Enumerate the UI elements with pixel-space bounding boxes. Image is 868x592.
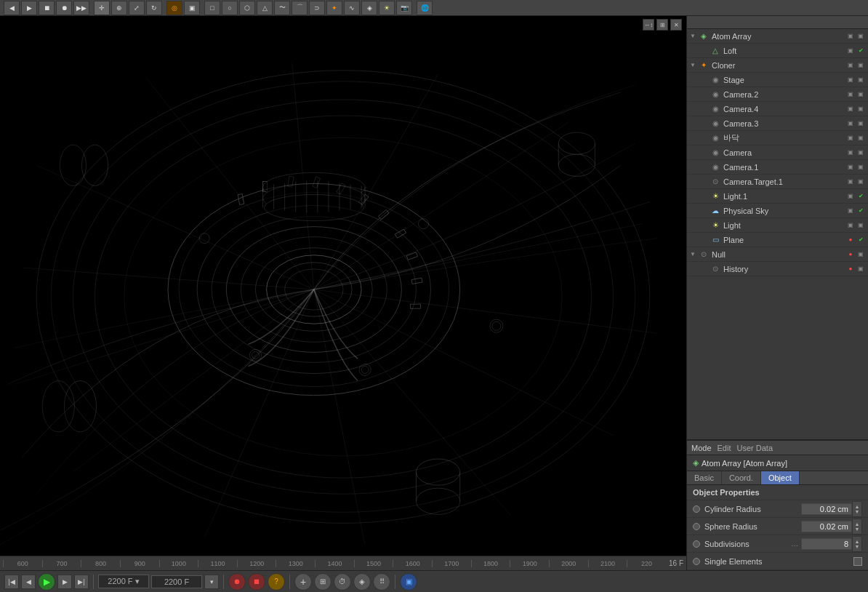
- viewport-close-btn[interactable]: ✕: [670, 19, 682, 31]
- tab-coord[interactable]: Coord.: [722, 471, 761, 484]
- tree-item-light[interactable]: ☀ Light ▣ ▣: [687, 218, 868, 233]
- props-mode-btn[interactable]: Mode: [691, 444, 712, 452]
- tab-object[interactable]: Object: [761, 471, 800, 484]
- badge-stage-1: ▣: [846, 76, 855, 84]
- motion-clip-btn[interactable]: ◈: [353, 573, 371, 591]
- toolbar-btn-light[interactable]: ☀: [379, 1, 395, 15]
- tree-item-camera1[interactable]: ◉ Camera.1 ▣ ▣: [687, 160, 868, 175]
- toolbar-btn-rotate[interactable]: ↻: [146, 1, 162, 15]
- toolbar-btn-scene[interactable]: 🌐: [417, 1, 433, 15]
- next-frame-btn[interactable]: ▶: [57, 575, 72, 589]
- history-icon: ⊙: [710, 264, 720, 274]
- viewport-controls: ↔↕ ⊞ ✕: [643, 19, 682, 31]
- badge-c1-1: ▣: [846, 163, 855, 172]
- toolbar-btn-cone[interactable]: △: [257, 1, 273, 15]
- prev-frame-btn[interactable]: ◀: [21, 575, 36, 589]
- tick-1600: 1600: [393, 560, 432, 567]
- toolbar-btn-4[interactable]: ⏺: [56, 1, 72, 15]
- prop-input-cylinder-radius[interactable]: [801, 503, 852, 515]
- tree-item-camera3[interactable]: ◉ Camera.3 ▣ ▣: [687, 116, 868, 131]
- prop-radio-cylinder[interactable]: [693, 505, 700, 513]
- null-icon: ⊙: [699, 249, 709, 260]
- props-title-text: Atom Array [Atom Array]: [702, 459, 787, 468]
- viewport-grid-btn[interactable]: ⊞: [656, 19, 668, 31]
- object-tree[interactable]: ▼ ◈ Atom Array ▣ ▣ △ Loft ▣ ✔: [687, 16, 868, 440]
- toolbar-btn-viewport-render[interactable]: ▣: [184, 1, 200, 15]
- tree-item-light1[interactable]: ☀ Light.1 ▣ ✔: [687, 189, 868, 204]
- prop-radio-sphere[interactable]: [693, 523, 700, 530]
- prop-input-sphere-radius[interactable]: [801, 521, 852, 532]
- info-btn[interactable]: ?: [268, 573, 285, 591]
- timeline-ticks[interactable]: 600 700 800 900 1000 1100 1200 1300 1400…: [3, 560, 666, 567]
- viewport-move-btn[interactable]: ↔↕: [643, 19, 654, 31]
- toolbar-btn-move[interactable]: ⊕: [111, 1, 127, 15]
- tree-item-camera[interactable]: ◉ Camera ▣ ▣: [687, 145, 868, 160]
- tick-1800: 1800: [471, 560, 510, 567]
- stop-record-btn[interactable]: ⏹: [248, 573, 265, 591]
- render-view-btn[interactable]: ▣: [400, 573, 417, 591]
- prop-radio-single-elements[interactable]: [693, 558, 700, 565]
- tree-item-atom-array[interactable]: ▼ ◈ Atom Array ▣ ▣: [687, 29, 868, 44]
- tree-item-camera-target[interactable]: ⊙ Camera.Target.1 ▣ ▣: [687, 175, 868, 189]
- prop-checkbox-single-elements[interactable]: [853, 557, 862, 566]
- add-keyframe-btn[interactable]: +: [294, 573, 312, 591]
- viewport[interactable]: ↔↕ ⊞ ✕ 600 700 800 900 1000 1100 1200 13…: [0, 16, 686, 570]
- prop-input-subdivisions[interactable]: [801, 538, 852, 550]
- props-tabs: Basic Coord. Object: [687, 471, 868, 485]
- prop-row-single-elements: Single Elements: [687, 553, 868, 570]
- jump-end-btn[interactable]: ▶|: [74, 575, 89, 589]
- animate-btn[interactable]: ⏱: [334, 573, 351, 591]
- toolbar-btn-5[interactable]: ▶▶: [73, 1, 89, 15]
- toolbar-btn-sphere[interactable]: ○: [222, 1, 238, 15]
- tree-item-plane[interactable]: ▭ Plane ● ✔: [687, 233, 868, 247]
- toolbar-btn-hair[interactable]: ∿: [344, 1, 360, 15]
- tree-item-cloner[interactable]: ▼ ✦ Cloner ▣ ▣: [687, 58, 868, 73]
- wireframe-display: [0, 16, 686, 556]
- cloner-label: Cloner: [712, 61, 846, 70]
- tree-header: [687, 16, 868, 29]
- toolbar-btn-render[interactable]: ◎: [166, 1, 182, 15]
- props-edit-btn[interactable]: Edit: [718, 444, 731, 452]
- toolbar-btn-box[interactable]: □: [204, 1, 220, 15]
- prop-radio-subdivisions[interactable]: [693, 540, 700, 548]
- tab-basic[interactable]: Basic: [687, 471, 722, 484]
- prop-spinner-cylinder[interactable]: ▲ ▼: [852, 501, 862, 517]
- tree-item-camera4[interactable]: ◉ Camera.4 ▣ ▣: [687, 102, 868, 116]
- toolbar-btn-nurbs[interactable]: ⌒: [292, 1, 308, 15]
- prop-spinner-sphere[interactable]: ▲ ▼: [852, 519, 862, 535]
- keyframe-options-btn[interactable]: ⊞: [314, 573, 331, 591]
- camera-target-badges: ▣ ▣: [846, 177, 865, 186]
- toolbar-btn-mograph[interactable]: ✦: [326, 1, 342, 15]
- tree-item-stage[interactable]: ◉ Stage ▣ ▣: [687, 73, 868, 87]
- tree-item-loft[interactable]: △ Loft ▣ ✔: [687, 44, 868, 58]
- props-userdata-btn[interactable]: User Data: [737, 444, 773, 452]
- toolbar-btn-cursor[interactable]: ✛: [94, 1, 110, 15]
- toolbar-btn-2[interactable]: ▶: [21, 1, 37, 15]
- tree-item-physical-sky[interactable]: ☁ Physical Sky ▣ ✔: [687, 204, 868, 218]
- frame-current-display[interactable]: 2200 F ▾: [98, 575, 149, 588]
- prop-spinner-subdivisions[interactable]: ▲ ▼: [852, 536, 862, 552]
- toolbar-btn-cylinder[interactable]: ⬡: [239, 1, 255, 15]
- frame-end-display[interactable]: 2200 F: [151, 575, 202, 588]
- grid-btn[interactable]: ⠿: [373, 573, 390, 591]
- jump-start-btn[interactable]: |◀: [4, 575, 19, 589]
- toolbar-btn-spline[interactable]: 〜: [274, 1, 290, 15]
- tick-1200: 1200: [237, 560, 276, 567]
- toolbar-btn-3[interactable]: ⏹: [39, 1, 55, 15]
- toolbar-btn-material[interactable]: ◈: [361, 1, 377, 15]
- tree-item-history[interactable]: ⊙ History ● ▣: [687, 262, 868, 276]
- tree-item-null[interactable]: ▼ ⊙ Null ● ▣: [687, 247, 868, 262]
- toolbar-btn-camera[interactable]: 📷: [396, 1, 412, 15]
- tree-item-korean[interactable]: ◉ 바닥 ▣ ▣: [687, 131, 868, 145]
- frame-dropdown-btn[interactable]: ▾: [204, 575, 219, 589]
- badge-hist-1: ●: [846, 265, 855, 273]
- timeline-bar: 600 700 800 900 1000 1100 1200 1300 1400…: [0, 556, 686, 570]
- tree-item-camera2[interactable]: ◉ Camera.2 ▣ ▣: [687, 87, 868, 102]
- play-forward-btn[interactable]: ▶: [38, 573, 55, 591]
- stage-icon: ◉: [710, 75, 720, 85]
- record-btn[interactable]: ⏺: [228, 573, 246, 591]
- toolbar-btn-1[interactable]: ◀: [4, 1, 20, 15]
- toolbar-btn-deform[interactable]: ⊃: [309, 1, 325, 15]
- toolbar-btn-scale[interactable]: ⤢: [129, 1, 145, 15]
- svg-rect-75: [0, 19, 686, 552]
